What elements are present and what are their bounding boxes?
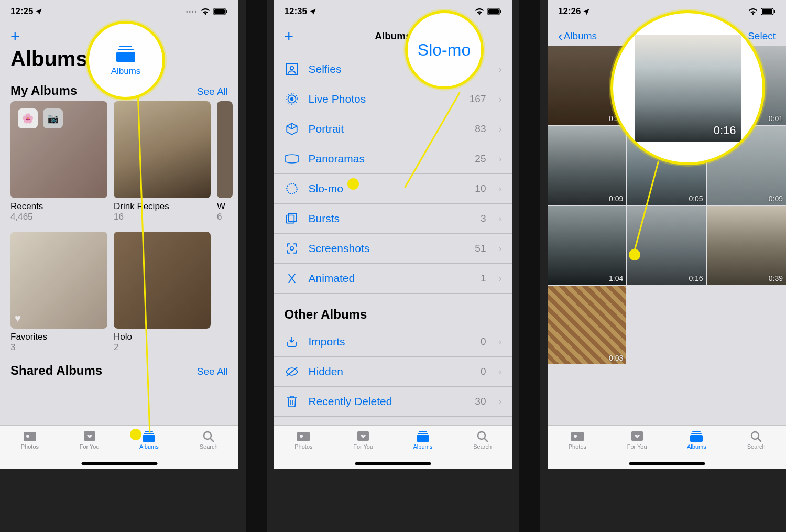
photos-app-icon: 🌸	[18, 108, 38, 128]
person-square-icon	[285, 62, 299, 77]
trash-icon	[285, 394, 299, 409]
row-bursts[interactable]: Bursts 3 ›	[274, 204, 512, 234]
svg-rect-24	[288, 213, 296, 221]
wifi-icon	[201, 8, 210, 15]
row-animated[interactable]: Animated 1 ›	[274, 264, 512, 294]
chevron-right-icon: ›	[499, 336, 502, 348]
row-screenshots[interactable]: Screenshots 51 ›	[274, 234, 512, 264]
video-thumbnail[interactable]: 0:01	[707, 46, 786, 125]
svg-point-22	[287, 183, 297, 194]
status-time: 12:35	[285, 6, 307, 17]
add-button[interactable]: +	[10, 28, 20, 44]
nav-bar: + Albums	[274, 23, 512, 45]
section-shared-albums: Shared Albums See All	[0, 353, 238, 381]
video-thumbnail[interactable]: 0:39	[707, 206, 786, 285]
tab-photos[interactable]: Photos	[274, 430, 334, 469]
tab-search[interactable]: Search	[179, 430, 238, 469]
row-selfies[interactable]: Selfies ›	[274, 55, 512, 84]
status-bar: 12:25 ••••	[0, 0, 238, 23]
chevron-left-icon: ‹	[558, 28, 563, 45]
location-icon	[583, 8, 590, 15]
video-thumbnail[interactable]: 0:16	[627, 206, 706, 285]
select-button[interactable]: Select	[748, 30, 776, 42]
video-thumbnail[interactable]: 0:05	[627, 126, 706, 204]
svg-rect-37	[774, 10, 775, 13]
chevron-right-icon: ›	[499, 396, 502, 407]
nav-bar: +	[0, 23, 238, 45]
back-button[interactable]: ‹ Albums	[558, 28, 597, 45]
video-thumbnail[interactable]: 0:03	[548, 286, 626, 364]
section-my-albums: My Albums See All	[0, 76, 238, 101]
tab-photos[interactable]: Photos	[548, 430, 607, 469]
screenshot-icon	[285, 241, 299, 256]
svg-line-10	[210, 438, 213, 441]
row-slo-mo[interactable]: Slo-mo 10 ›	[274, 174, 512, 204]
svg-rect-36	[762, 9, 772, 14]
animated-icon	[285, 271, 299, 286]
svg-rect-27	[297, 432, 310, 441]
heart-square-icon	[630, 430, 645, 442]
row-portrait[interactable]: Portrait 83 ›	[274, 114, 512, 144]
row-recently-deleted[interactable]: Recently Deleted 30 ›	[274, 387, 512, 417]
video-thumbnail[interactable]: 0:09	[707, 126, 786, 204]
wifi-icon	[475, 8, 484, 15]
chevron-right-icon: ›	[499, 64, 502, 75]
page-title: Albums	[0, 45, 238, 76]
row-imports[interactable]: Imports 0 ›	[274, 327, 512, 357]
albums-icon	[416, 430, 430, 442]
svg-rect-3	[24, 432, 36, 441]
status-bar: 12:26	[548, 0, 786, 23]
search-icon	[749, 430, 763, 442]
home-indicator[interactable]	[355, 462, 431, 465]
svg-rect-6	[145, 431, 153, 432]
home-indicator[interactable]	[629, 462, 705, 465]
chevron-right-icon: ›	[499, 183, 502, 194]
see-all-link[interactable]: See All	[197, 86, 228, 97]
svg-line-45	[758, 438, 761, 441]
tab-photos[interactable]: Photos	[0, 430, 60, 469]
album-partial[interactable]: W 6	[217, 101, 233, 222]
svg-rect-43	[690, 435, 703, 442]
album-row: ♥ Favorites 3 Holo 2	[0, 232, 238, 353]
section-label: Shared Albums	[10, 363, 102, 378]
chevron-right-icon: ›	[499, 154, 502, 165]
video-thumbnail[interactable]	[627, 46, 706, 125]
photo-grid: 0:37 0:01 0:09 0:05 0:09 1:04 0:16 0:39 …	[548, 45, 786, 364]
screen-albums-home: 12:25 •••• + Albums My Albums See All 🌸 …	[0, 0, 238, 469]
media-types-list: Selfies › Live Photos 167 › Portrait 83 …	[274, 55, 512, 294]
albums-icon	[689, 430, 704, 442]
video-thumbnail[interactable]: 0:37	[548, 46, 626, 125]
svg-point-39	[574, 435, 577, 438]
album-favorites[interactable]: ♥ Favorites 3	[10, 232, 107, 353]
tab-search[interactable]: Search	[726, 430, 786, 469]
live-icon	[285, 92, 299, 106]
add-button[interactable]: +	[285, 28, 294, 44]
album-row: 🌸 📷 Recents 4,465 Drink Recipes 16 W 6	[0, 101, 238, 222]
svg-rect-30	[419, 431, 427, 432]
row-panoramas[interactable]: Panoramas 25 ›	[274, 144, 512, 174]
see-all-link[interactable]: See All	[197, 366, 228, 377]
status-time: 12:25	[10, 6, 33, 17]
album-drink-recipes[interactable]: Drink Recipes 16	[114, 101, 211, 222]
battery-icon	[487, 8, 502, 15]
tab-search[interactable]: Search	[453, 430, 512, 469]
svg-rect-32	[417, 435, 429, 442]
battery-icon	[761, 8, 776, 15]
svg-rect-15	[488, 9, 499, 14]
video-thumbnail[interactable]: 0:09	[548, 126, 626, 204]
home-indicator[interactable]	[81, 462, 157, 465]
heart-square-icon	[356, 430, 370, 442]
svg-point-28	[300, 435, 303, 438]
section-other-albums: Other Albums	[274, 294, 512, 327]
battery-icon	[213, 8, 228, 15]
hidden-icon	[285, 364, 299, 379]
row-live-photos[interactable]: Live Photos 167 ›	[274, 84, 512, 114]
chevron-right-icon: ›	[499, 94, 502, 105]
album-holo[interactable]: Holo 2	[114, 232, 211, 353]
row-hidden[interactable]: Hidden 0 ›	[274, 357, 512, 387]
svg-rect-41	[692, 431, 701, 432]
search-icon	[201, 430, 216, 442]
screen-albums-list: 12:35 + Albums Selfies › Live Photos 167…	[274, 0, 512, 469]
video-thumbnail[interactable]: 1:04	[548, 206, 626, 285]
album-recents[interactable]: 🌸 📷 Recents 4,465	[10, 101, 107, 222]
